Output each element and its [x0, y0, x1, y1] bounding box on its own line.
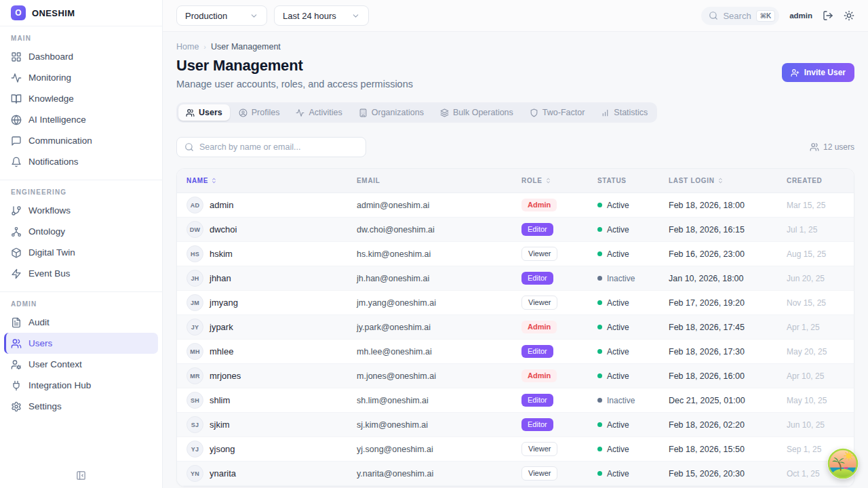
- invite-user-button[interactable]: Invite User: [782, 63, 854, 82]
- name-cell: ADadmin: [177, 197, 347, 214]
- island-fab[interactable]: [827, 448, 859, 479]
- sidebar-item-knowledge[interactable]: Knowledge: [4, 88, 158, 109]
- status-badge: Active: [597, 347, 629, 357]
- table-row-jhhan[interactable]: JHjhhanjh.han@oneshim.aiEditorInactiveJa…: [177, 266, 854, 291]
- tab-profiles[interactable]: Profiles: [231, 104, 288, 121]
- user-count-label: 12 users: [823, 142, 854, 152]
- avatar: JM: [186, 294, 203, 311]
- column-header-role[interactable]: ROLE: [512, 177, 588, 184]
- sidebar-item-audit[interactable]: Audit: [4, 312, 158, 333]
- breadcrumb-home[interactable]: Home: [176, 42, 199, 52]
- sidebar-item-communication[interactable]: Communication: [4, 130, 158, 151]
- last-login: Feb 18, 2026, 17:45: [659, 323, 777, 332]
- sidebar-item-ai-intelligence[interactable]: AI Intelligence: [4, 109, 158, 130]
- created-date: Jul 1, 25: [777, 225, 854, 235]
- sidebar-item-settings[interactable]: Settings: [4, 396, 158, 417]
- tab-bulk-operations[interactable]: Bulk Operations: [433, 104, 521, 121]
- sidebar-item-dashboard[interactable]: Dashboard: [4, 46, 158, 67]
- role-badge: Viewer: [521, 466, 557, 480]
- name-cell: JYjypark: [177, 319, 347, 336]
- column-header-status: STATUS: [588, 177, 659, 184]
- tab-users[interactable]: Users: [178, 104, 230, 121]
- table-row-admin[interactable]: ADadminadmin@oneshim.aiAdminActiveFeb 18…: [177, 193, 854, 218]
- table-row-shlim[interactable]: SHshlimsh.lim@oneshim.aiEditorInactiveDe…: [177, 388, 854, 413]
- created-date: Mar 15, 25: [777, 201, 854, 210]
- status-dot: [597, 300, 602, 305]
- sidebar-item-monitoring[interactable]: Monitoring: [4, 67, 158, 88]
- status-badge: Active: [597, 420, 629, 430]
- tab-organizations[interactable]: Organizations: [351, 104, 431, 121]
- status-dot: [597, 422, 602, 427]
- role-cell: Admin: [512, 199, 588, 211]
- theme-toggle-icon[interactable]: [844, 10, 854, 21]
- sidebar-item-label: Workflows: [28, 205, 71, 216]
- table-row-jmyang[interactable]: JMjmyangjm.yang@oneshim.aiViewerActiveFe…: [177, 291, 854, 315]
- role-badge: Admin: [521, 199, 557, 211]
- topbar-right: Search ⌘K admin: [701, 7, 854, 25]
- role-badge: Admin: [521, 321, 557, 333]
- user-name: sjkim: [210, 420, 230, 430]
- role-cell: Viewer: [512, 296, 588, 309]
- table-row-yjsong[interactable]: YJyjsongyj.song@oneshim.aiViewerActiveFe…: [177, 437, 854, 462]
- sidebar: O ONESHIM MAINDashboardMonitoringKnowled…: [0, 0, 163, 488]
- time-range-value: Last 24 hours: [283, 11, 336, 21]
- sidebar-item-label: Event Bus: [28, 268, 71, 279]
- tab-two-factor[interactable]: Two-Factor: [522, 104, 593, 121]
- table-row-jypark[interactable]: JYjyparkjy.park@oneshim.aiAdminActiveFeb…: [177, 315, 854, 340]
- avatar: YN: [186, 465, 203, 482]
- sidebar-item-event-bus[interactable]: Event Bus: [4, 263, 158, 284]
- name-cell: SJsjkim: [177, 416, 347, 433]
- environment-select[interactable]: Production: [176, 5, 267, 26]
- nav-section-engineering: ENGINEERING: [0, 180, 162, 200]
- table-search[interactable]: [176, 137, 366, 157]
- column-header-name[interactable]: NAME: [177, 177, 347, 184]
- table-header: NAMEEMAILROLESTATUSLAST LOGINCREATED: [177, 169, 854, 193]
- audit-icon: [11, 317, 22, 328]
- avatar: MR: [186, 367, 203, 384]
- status-cell: Active: [588, 298, 659, 308]
- table-row-mhlee[interactable]: MHmhleemh.lee@oneshim.aiEditorActiveFeb …: [177, 340, 854, 364]
- sidebar-item-notifications[interactable]: Notifications: [4, 151, 158, 172]
- created-date: Apr 10, 25: [777, 371, 854, 381]
- avatar: JH: [186, 270, 203, 287]
- logout-icon[interactable]: [823, 10, 833, 21]
- user-name: admin: [210, 200, 233, 210]
- role-cell: Viewer: [512, 247, 588, 260]
- collapse-sidebar-icon[interactable]: [76, 470, 86, 481]
- user-name: dwchoi: [210, 224, 237, 235]
- communication-icon: [11, 136, 22, 146]
- last-login: Feb 18, 2026, 16:00: [659, 371, 777, 381]
- time-range-select[interactable]: Last 24 hours: [274, 5, 369, 26]
- column-label: NAME: [186, 177, 208, 184]
- users-icon: [11, 338, 22, 349]
- sidebar-item-ontology[interactable]: Ontology: [4, 221, 158, 242]
- last-login: Feb 18, 2026, 17:30: [659, 347, 777, 357]
- sidebar-item-label: Notifications: [28, 157, 79, 167]
- table-row-ynarita[interactable]: YNynaritay.narita@oneshim.aiViewerActive…: [177, 462, 854, 486]
- table-search-input[interactable]: [199, 142, 358, 152]
- global-search[interactable]: Search ⌘K: [701, 7, 779, 25]
- sidebar-item-label: Ontology: [28, 226, 65, 237]
- status-badge: Active: [597, 445, 629, 454]
- tab-statistics[interactable]: Statistics: [593, 104, 655, 121]
- sidebar-item-integration-hub[interactable]: Integration Hub: [4, 375, 158, 396]
- status-dot: [597, 276, 602, 281]
- status-dot: [597, 203, 602, 207]
- table-row-sjkim[interactable]: SJsjkimsj.kim@oneshim.aiEditorActiveFeb …: [177, 413, 854, 437]
- sidebar-item-workflows[interactable]: Workflows: [4, 200, 158, 221]
- table-row-dwchoi[interactable]: DWdwchoidw.choi@oneshim.aiEditorActiveFe…: [177, 218, 854, 242]
- table-row-mrjones[interactable]: MRmrjonesm.jones@oneshim.aiAdminActiveFe…: [177, 364, 854, 388]
- column-header-last-login[interactable]: LAST LOGIN: [659, 177, 777, 184]
- avatar: YJ: [186, 441, 203, 458]
- tab-activities[interactable]: Activities: [288, 104, 349, 121]
- sidebar-item-user-context[interactable]: User Context: [4, 354, 158, 375]
- sidebar-item-label: Digital Twin: [28, 247, 75, 258]
- table-row-hskim[interactable]: HShskimhs.kim@oneshim.aiViewerActiveFeb …: [177, 242, 854, 266]
- content: Home › User Management User Management M…: [163, 32, 868, 488]
- layers-icon: [440, 108, 449, 117]
- tab-label: Users: [199, 108, 222, 117]
- sidebar-item-users[interactable]: Users: [4, 333, 158, 354]
- user-email: admin@oneshim.ai: [347, 201, 512, 210]
- sidebar-item-digital-twin[interactable]: Digital Twin: [4, 242, 158, 263]
- column-label: LAST LOGIN: [669, 177, 715, 184]
